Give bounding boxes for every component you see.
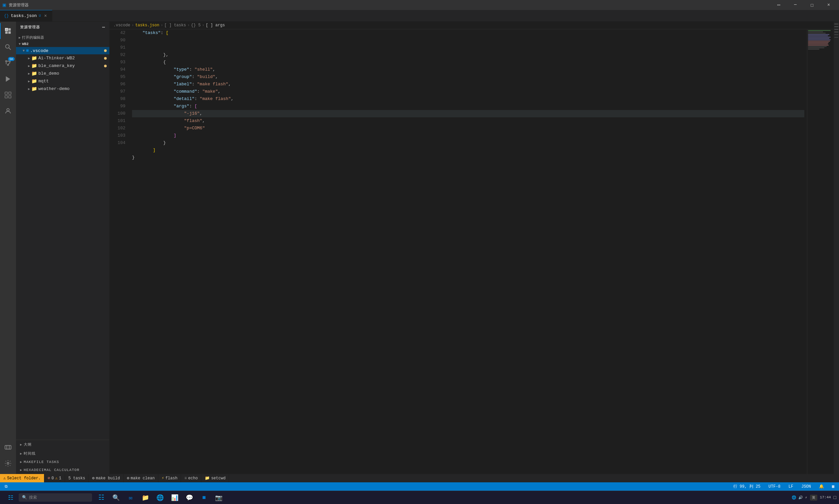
status-remote-button[interactable]: ⧉ bbox=[3, 482, 10, 491]
tray-volume[interactable]: 🔊 bbox=[798, 495, 803, 500]
activity-bottom bbox=[0, 439, 16, 474]
makefile-chevron bbox=[20, 460, 22, 464]
open-editors-label: 打开的编辑器 bbox=[22, 35, 44, 40]
taskbar-app-chart[interactable]: 📊 bbox=[168, 491, 181, 504]
sidebar-item-weather-demo[interactable]: 📁 weather-demo bbox=[16, 85, 109, 93]
error-icon: ⊘ bbox=[48, 476, 50, 481]
editor-scroll[interactable]: 4290919293949596979899100101102103104 "t… bbox=[109, 29, 807, 474]
tray-notification[interactable]: □ bbox=[834, 495, 836, 500]
windows-clock[interactable]: 17:44 bbox=[820, 495, 831, 500]
task-flash[interactable]: ⚡ flash bbox=[158, 474, 181, 482]
warning-count: 1 bbox=[59, 476, 61, 481]
task-tasks-count[interactable]: 5 tasks bbox=[65, 474, 89, 482]
maximize-button[interactable]: ☐ bbox=[804, 0, 820, 10]
status-layout[interactable]: ▦ bbox=[830, 482, 836, 491]
outline-panel[interactable]: 大纲 bbox=[16, 440, 109, 449]
code-line-91: { bbox=[132, 59, 804, 66]
sidebar-item-mqtt[interactable]: 📁 mqtt bbox=[16, 77, 109, 85]
makefile-label: MAKEFILE TASKS bbox=[24, 460, 59, 464]
status-language[interactable]: JSON bbox=[799, 482, 813, 491]
code-line-99: "flash", bbox=[132, 117, 804, 125]
code-line-101: ] bbox=[132, 132, 804, 139]
right-panel bbox=[834, 22, 839, 474]
status-cursor-position[interactable]: 行 99, 列 25 bbox=[731, 482, 763, 491]
app-icon: ▣ bbox=[3, 2, 6, 8]
close-button[interactable]: × bbox=[821, 0, 836, 10]
task-make-clean[interactable]: ⚙ make clean bbox=[124, 474, 158, 482]
status-encoding[interactable]: UTF-8 bbox=[767, 482, 783, 491]
task-echo[interactable]: ≡ echo bbox=[181, 474, 201, 482]
tray-battery[interactable]: ⚡ bbox=[805, 495, 807, 500]
cursor-position-label: 行 99, 列 25 bbox=[733, 484, 761, 489]
activity-accounts[interactable] bbox=[0, 103, 16, 119]
sidebar-item-ble-demo[interactable]: 📁 ble_demo bbox=[16, 70, 109, 77]
sidebar-bottom-panels: 大纲 时间线 MAKEFILE TASKS HEXADECIMAL CALCUL… bbox=[16, 440, 109, 474]
sidebar-item-vscode[interactable]: ■ .vscode bbox=[16, 47, 109, 54]
wb2-header[interactable]: WB2 bbox=[16, 41, 109, 47]
layout-icon: ▦ bbox=[832, 484, 834, 489]
taskbar-app-browser[interactable]: 🌐 bbox=[154, 491, 167, 504]
tray-network[interactable]: 🌐 bbox=[792, 495, 796, 500]
hex-calc-label: HEXADECIMAL CALCULATOR bbox=[24, 468, 79, 472]
clock-time: 17:44 bbox=[820, 495, 831, 500]
activity-remote[interactable] bbox=[0, 439, 16, 455]
more-menu-button[interactable]: ⋯ bbox=[771, 0, 786, 10]
code-line-94: "label": "make flash", bbox=[132, 81, 804, 88]
activity-settings[interactable] bbox=[0, 455, 16, 471]
timeline-panel[interactable]: 时间线 bbox=[16, 449, 109, 458]
windows-search[interactable]: 🔍 搜索 bbox=[19, 493, 92, 502]
activity-extensions[interactable] bbox=[0, 87, 16, 103]
sidebar-header[interactable]: 资源管理器 ⋯ bbox=[16, 22, 109, 33]
taskbar-app-1[interactable]: ☷ bbox=[95, 491, 108, 504]
code-line-42: "tasks": [ bbox=[132, 29, 804, 37]
code-line-gap bbox=[132, 37, 804, 44]
taskbar-app-2[interactable]: 🔍 bbox=[109, 491, 123, 504]
tab-close-button[interactable]: × bbox=[43, 13, 48, 19]
activity-bar: SK bbox=[0, 22, 16, 474]
hex-calculator-panel[interactable]: HEXADECIMAL CALCULATOR bbox=[16, 466, 109, 474]
task-select-label: Select folder. bbox=[7, 476, 41, 481]
language-indicator[interactable]: 英 bbox=[810, 495, 817, 501]
ble-camera-icon: 📁 bbox=[31, 63, 37, 69]
activity-explorer[interactable] bbox=[0, 23, 16, 39]
search-placeholder: 搜索 bbox=[29, 495, 37, 500]
open-editors-chevron bbox=[19, 36, 21, 40]
outline-label: 大纲 bbox=[24, 442, 32, 447]
taskbar-app-camera[interactable]: 📷 bbox=[212, 491, 226, 504]
system-tray-icons: 🌐 🔊 ⚡ bbox=[792, 495, 807, 500]
breadcrumb-vscode[interactable]: .vscode bbox=[113, 23, 130, 28]
status-notifications[interactable]: 🔔 bbox=[817, 482, 826, 491]
task-error-count[interactable]: ⊘ 0 ⚠ 1 bbox=[44, 474, 65, 482]
code-content[interactable]: "tasks": [ }, { bbox=[129, 29, 807, 474]
tab-tasks-json[interactable]: {} tasks.json U × bbox=[0, 10, 52, 22]
setcwd-icon: 📁 bbox=[205, 476, 210, 481]
taskbar-app-teams[interactable]: 💬 bbox=[183, 491, 196, 504]
sidebar-item-ai-thinker[interactable]: 📁 Ai-Thinker-WB2 bbox=[16, 54, 109, 62]
status-bar: ⧉ 行 99, 列 25 UTF-8 LF JSON 🔔 ▦ bbox=[0, 482, 839, 491]
makefile-tasks-panel[interactable]: MAKEFILE TASKS bbox=[16, 458, 109, 466]
breadcrumb-tasks-array[interactable]: [ ] tasks bbox=[164, 23, 186, 28]
status-line-ending[interactable]: LF bbox=[787, 482, 795, 491]
breadcrumb-args[interactable]: [ ] args bbox=[206, 23, 225, 28]
windows-start-button[interactable]: ☷ bbox=[3, 494, 19, 501]
code-line-92: "type": "shell", bbox=[132, 66, 804, 73]
task-setcwd[interactable]: 📁 setcwd bbox=[201, 474, 229, 482]
breadcrumb-obj5[interactable]: {} 5 bbox=[191, 23, 201, 28]
breadcrumb-tasks-json[interactable]: tasks.json bbox=[136, 23, 159, 28]
activity-source-control[interactable]: SK bbox=[0, 55, 16, 71]
mqtt-label: mqtt bbox=[38, 79, 49, 84]
weather-icon: 📁 bbox=[31, 86, 37, 92]
taskbar-app-vscode[interactable]: ■ bbox=[197, 491, 211, 504]
task-warning-select[interactable]: ⚠ Select folder. bbox=[0, 474, 44, 482]
activity-search[interactable] bbox=[0, 39, 16, 55]
taskbar-app-files[interactable]: 📁 bbox=[139, 491, 152, 504]
title-bar-left: ▣ 资源管理器 bbox=[3, 2, 771, 8]
bell-icon: 🔔 bbox=[819, 484, 824, 489]
open-editors-header[interactable]: 打开的编辑器 bbox=[16, 34, 109, 41]
taskbar-app-mail[interactable]: ✉ bbox=[124, 491, 137, 504]
activity-run[interactable] bbox=[0, 71, 16, 87]
sidebar-item-ble-camera[interactable]: 📁 ble_camera_key bbox=[16, 62, 109, 70]
task-make-build[interactable]: ⚙ make build bbox=[89, 474, 123, 482]
minimize-button[interactable]: − bbox=[788, 0, 803, 10]
main-container: SK 资源管理器 ⋯ 打开的编辑器 bbox=[0, 22, 839, 474]
